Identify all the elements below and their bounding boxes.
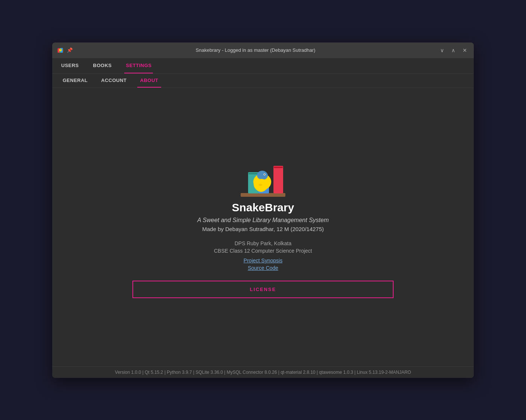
svg-rect-6	[273, 166, 283, 193]
svg-point-16	[264, 174, 265, 175]
svg-rect-7	[274, 167, 283, 168]
app-logo-icon	[57, 47, 64, 54]
subnav-account[interactable]: ACCOUNT	[98, 74, 130, 88]
svg-point-13	[258, 171, 268, 180]
main-content: SnakeBrary A Sweet and Simple Library Ma…	[52, 88, 474, 366]
pin-icon: 📌	[66, 47, 73, 54]
svg-point-14	[257, 179, 266, 187]
source-code-link[interactable]: Source Code	[248, 265, 278, 271]
top-navigation: USERS BOOKS SETTINGS	[52, 58, 474, 74]
nav-users[interactable]: USERS	[60, 58, 80, 73]
app-author: Made by Debayan Sutradhar, 12 M (2020/14…	[202, 226, 324, 232]
nav-books[interactable]: BOOKS	[91, 58, 113, 73]
titlebar-icons: 📌	[57, 47, 73, 54]
subnav-general[interactable]: GENERAL	[60, 74, 91, 88]
app-project-type: CBSE Class 12 Computer Science Project	[214, 248, 312, 254]
app-tagline: A Sweet and Simple Library Management Sy…	[197, 217, 329, 224]
nav-settings[interactable]: SETTINGS	[124, 58, 153, 73]
about-panel: SnakeBrary A Sweet and Simple Library Ma…	[132, 149, 394, 305]
version-bar: Version 1.0.0 | Qt 5.15.2 | Python 3.9.7…	[52, 366, 474, 378]
app-name: SnakeBrary	[232, 201, 294, 214]
app-school: DPS Ruby Park, Kolkata	[235, 240, 292, 246]
project-synopsis-link[interactable]: Project Synopsis	[244, 258, 282, 263]
titlebar: 📌 Snakebrary - Logged in as master (Deba…	[52, 42, 474, 58]
minimize-button[interactable]: ∨	[438, 47, 446, 54]
main-window: 📌 Snakebrary - Logged in as master (Deba…	[52, 42, 474, 378]
svg-rect-5	[241, 193, 285, 197]
app-logo-svg	[233, 149, 293, 201]
close-button[interactable]: ✕	[460, 47, 469, 54]
svg-point-17	[259, 184, 262, 186]
subnav-about[interactable]: ABOUT	[137, 74, 162, 88]
window-controls: ∨ ∧ ✕	[438, 47, 469, 54]
svg-point-4	[59, 48, 62, 51]
license-button[interactable]: LICENSE	[132, 281, 394, 298]
sub-navigation: GENERAL ACCOUNT ABOUT	[52, 74, 474, 88]
window-title: Snakebrary - Logged in as master (Debaya…	[73, 47, 438, 53]
maximize-button[interactable]: ∧	[449, 47, 457, 54]
